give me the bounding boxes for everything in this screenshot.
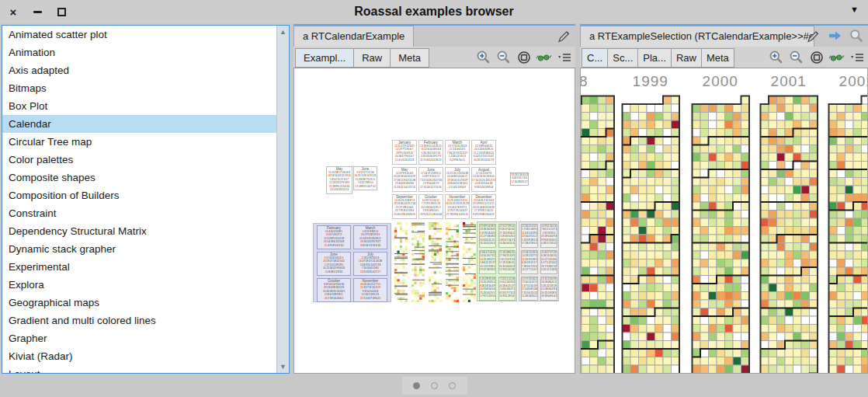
mini-month-calendar: 22 24 15 18 15 11 26 10 19 13 27 15 23 6… <box>521 250 538 274</box>
list-item-animated-scatter-plot[interactable]: Animated scatter plot <box>2 26 276 44</box>
menu-icon[interactable] <box>849 49 865 65</box>
mini-month-calendar: January22 11 17 9 12 6 21 12 27 7 5 8 16… <box>392 140 417 165</box>
zoom-out-icon[interactable] <box>788 49 804 65</box>
calendar-visualization-canvas[interactable]: May15 15 18 17 24 16 3 18 13 14 24 12 19… <box>293 68 575 374</box>
page-dot-2[interactable] <box>431 382 438 389</box>
mini-month-calendar: October8 19 10 14 9 20 16 28 13 3 28 18 … <box>317 278 351 302</box>
month-heat-strip <box>429 222 442 302</box>
calendar-example-pane: a RTCalendarExample Exampl...RawMeta May… <box>293 24 575 374</box>
mini-month-calendar: 22 5 17 19 14 5 6 9 13 27 20 16 16 24 27… <box>498 224 516 248</box>
mini-month-calendar: June17 24 17 21 8 3 12 10 8 7 2 15 5 21 … <box>418 167 443 192</box>
mini-month-calendar: April3 2 18 9 10 6 15 24 1 20 6 3 28 24 … <box>471 140 496 165</box>
examples-list-panel: Animated scatter plotAnimationAxis adapt… <box>2 25 290 374</box>
mini-month-calendar: March5 3 12 3 8 8 14 26 27 9 28 19 3 3 2… <box>353 225 387 249</box>
mini-month-calendar: November13 25 20 21 2 7 15 15 3 17 11 10… <box>353 278 387 302</box>
example-selection-pane: a RTExampleSelection (RTCalendarExample>… <box>580 24 868 374</box>
list-item-composite-shapes[interactable]: Composite shapes <box>2 169 276 186</box>
window-title: Roassal examples browser <box>0 0 868 23</box>
search-icon[interactable] <box>849 28 864 44</box>
year-column-1999: 1999 <box>621 73 680 374</box>
list-item-explora[interactable]: Explora <box>2 276 276 294</box>
year-heatmap-grid-98[interactable] <box>580 95 616 374</box>
list-item-composition-of-builders[interactable]: Composition of Builders <box>2 186 276 204</box>
tab-raw[interactable]: Raw <box>672 48 702 68</box>
edit-pencil-icon[interactable] <box>805 28 821 44</box>
year-heatmap-canvas[interactable]: 981999200020012002 <box>580 68 868 374</box>
tab-pla[interactable]: Pla... <box>638 48 672 68</box>
preview-glasses-icon[interactable] <box>536 49 552 65</box>
year-heatmap-grid-1999[interactable] <box>621 95 681 374</box>
list-item-grapher[interactable]: Grapher <box>2 329 276 347</box>
selection-pane-toolbar-icons <box>768 49 865 65</box>
edit-pencil-icon[interactable] <box>556 28 571 44</box>
tab-exampl[interactable]: Exampl... <box>295 48 354 68</box>
selection-pane-header: a RTExampleSelection (RTCalendarExample>… <box>580 26 868 47</box>
list-item-dynamic-stack-grapher[interactable]: Dynamic stack grapher <box>2 240 276 258</box>
list-scrollbar[interactable]: ▲ ▼ <box>276 26 289 373</box>
scroll-up-icon[interactable]: ▲ <box>277 26 289 37</box>
mini-month-calendar: October6 5 9 7 11 10 11 7 2 19 1 18 21 2… <box>418 194 443 219</box>
list-item-calendar[interactable]: Calendar <box>2 115 276 133</box>
mini-month-calendar: March18 7 7 6 11 26 13 21 1 4 4 6 14 5 7… <box>445 140 470 165</box>
month-heat-strip <box>394 222 408 302</box>
page-dot-1[interactable] <box>413 382 420 389</box>
edit-pencil-icon[interactable] <box>557 30 571 43</box>
pane-title-tab[interactable]: a RTCalendarExample <box>293 26 414 47</box>
mini-month-calendar: February13 13 8 11 14 25 25 13 22 6 10 1… <box>418 140 443 165</box>
window-menu-arrow-icon[interactable]: ▼ <box>850 5 859 14</box>
mini-month-calendar: June9 3 17 27 5 1 20 16 21 1 26 10 15 21… <box>353 166 377 190</box>
list-item-axis-adapted[interactable]: Axis adapted <box>2 61 276 79</box>
calendar-pane-header: a RTCalendarExample <box>293 26 575 47</box>
fit-view-icon[interactable] <box>516 49 532 65</box>
list-item-circular-tree-map[interactable]: Circular Tree map <box>2 133 276 151</box>
year-heatmap-grid-2000[interactable] <box>691 95 751 374</box>
bottom-bar <box>0 374 868 397</box>
examples-list: Animated scatter plotAnimationAxis adapt… <box>2 26 276 373</box>
zoom-in-icon[interactable] <box>475 49 491 65</box>
fit-view-icon[interactable] <box>808 49 825 65</box>
mini-month-calendar: 24 9 11 16 1 6 27 7 8 2 5 17 27 19 5 9 2… <box>540 224 557 248</box>
preview-glasses-icon[interactable] <box>828 49 845 65</box>
year-heatmap-grid-2002[interactable] <box>828 95 868 374</box>
zoom-out-icon[interactable] <box>495 49 512 65</box>
year-column-2002: 2002 <box>828 73 868 374</box>
list-item-gradient-and-multi-colored-lines[interactable]: Gradient and multi colored lines <box>2 312 276 329</box>
year-label-1999: 1999 <box>621 73 680 92</box>
mini-month-calendar: 13 11 21 6 19 11 11 18 23 26 21 21 11 13… <box>540 277 557 301</box>
tab-meta[interactable]: Meta <box>702 48 734 68</box>
page-dot-3[interactable] <box>449 382 456 389</box>
tab-raw[interactable]: Raw <box>354 48 391 68</box>
zoom-in-icon[interactable] <box>768 49 784 65</box>
tab-sc[interactable]: Sc... <box>608 48 638 68</box>
year-label-2001: 2001 <box>759 73 818 92</box>
year-column-2001: 2001 <box>759 73 818 374</box>
list-item-geographical-maps[interactable]: Geographical maps <box>2 294 276 312</box>
tab-c[interactable]: C... <box>582 48 608 68</box>
list-item-color-palettes[interactable]: Color palettes <box>2 151 276 169</box>
list-item-kiviat-radar[interactable]: Kiviat (Radar) <box>2 347 276 365</box>
mini-month-calendar: 22 8 9 14 28 24 2 18 28 26 26 8 1 10 3 1… <box>479 224 496 248</box>
mini-month-calendar: August12 1 1 5 24 7 8 14 15 11 15 13 10 … <box>471 167 496 192</box>
list-item-layout[interactable]: Layout <box>2 365 276 374</box>
month-heat-strip <box>411 222 425 302</box>
list-item-experimental[interactable]: Experimental <box>2 258 276 276</box>
list-item-animation[interactable]: Animation <box>2 44 276 61</box>
pane-title-tab[interactable]: a RTExampleSelection (RTCalendarExample>… <box>580 26 814 47</box>
selection-pane-toolbar: C...Sc...Pla...RawMeta <box>580 47 868 68</box>
forward-arrow-icon[interactable] <box>827 28 842 44</box>
list-item-dependency-structural-matrix[interactable]: Dependency Structural Matrix <box>2 222 276 240</box>
tab-meta[interactable]: Meta <box>391 48 429 68</box>
selection-pane-tabs: C...Sc...Pla...RawMeta <box>582 48 734 68</box>
scroll-down-icon[interactable]: ▼ <box>277 361 289 372</box>
list-item-bitmaps[interactable]: Bitmaps <box>2 79 276 97</box>
year-heatmap-grid-2001[interactable] <box>759 95 819 374</box>
list-item-constraint[interactable]: Constraint <box>2 204 276 222</box>
mini-month-calendar: November25 25 13 6 5 13 25 26 11 24 13 2… <box>445 194 470 219</box>
list-item-box-plot[interactable]: Box Plot <box>2 97 276 115</box>
menu-icon[interactable] <box>556 49 572 65</box>
month-heat-strip <box>463 222 476 302</box>
mini-month-calendar: 22 20 21 3 22 25 18 1 7 18 1 18 9 15 11 … <box>521 224 538 248</box>
roassal-examples-browser-window: { "window": { "title": "Roassal examples… <box>0 0 868 397</box>
mini-month-calendar: 13 17 25 16 23 2 15 19 11 21 27 21 17 15… <box>521 277 538 301</box>
year-column-98: 98 <box>580 73 615 374</box>
